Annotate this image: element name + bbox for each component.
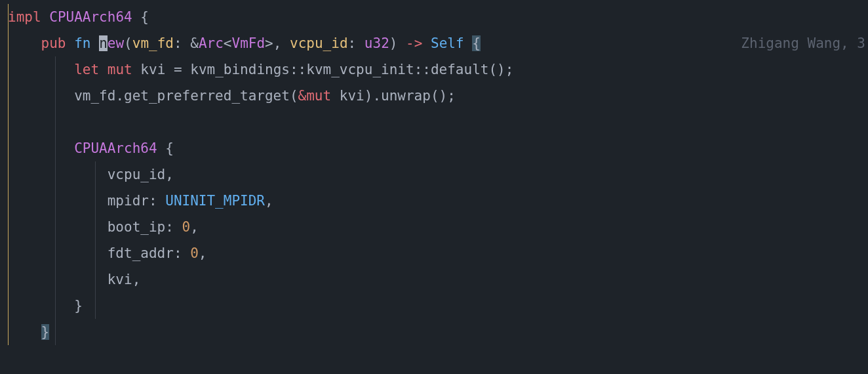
colon: : <box>165 219 182 235</box>
code-line-empty[interactable] <box>0 109 868 135</box>
git-blame: Zhigang Wang, 3 <box>741 30 865 56</box>
number-literal: 0 <box>190 245 199 261</box>
code-line[interactable]: kvi, <box>0 266 868 293</box>
param-type: u32 <box>365 35 389 51</box>
indent-guide <box>95 188 96 214</box>
ref-op: & <box>190 35 199 51</box>
indent-guide <box>55 266 56 293</box>
field-name: vcpu_id <box>108 167 166 182</box>
number-literal: 0 <box>182 219 191 235</box>
field-name: fdt_addr <box>108 245 174 261</box>
indent-guide <box>95 240 96 266</box>
scope-op: :: <box>290 62 306 77</box>
equals: = <box>174 62 182 77</box>
indent-guide <box>95 214 96 240</box>
variable: vm_fd <box>74 88 115 104</box>
arrow: -> <box>406 35 422 51</box>
comma: , <box>265 193 273 209</box>
indent-guide <box>95 266 96 293</box>
variable: kvi <box>140 62 165 77</box>
keyword-let: let <box>74 62 99 77</box>
lt: < <box>224 35 232 51</box>
paren-open: ( <box>290 88 298 104</box>
indent-guide <box>55 161 56 188</box>
code-line[interactable]: pub fn new(vm_fd: &Arc<VmFd>, vcpu_id: u… <box>0 30 868 56</box>
code-line[interactable]: } <box>0 319 868 345</box>
param-type-inner: VmFd <box>232 35 266 51</box>
field-name: mpidr <box>108 193 149 209</box>
code-editor[interactable]: impl CPUAArch64 { pub fn new(vm_fd: &Arc… <box>0 4 868 345</box>
paren-close: ). <box>365 88 381 104</box>
colon: : <box>174 35 190 51</box>
colon: : <box>149 193 165 209</box>
brace-highlighted: } <box>41 324 50 340</box>
param-type: Arc <box>199 35 224 51</box>
module-path: kvm_vcpu_init <box>306 62 414 77</box>
colon: : <box>348 35 365 51</box>
scope-op: :: <box>414 62 431 77</box>
code-line[interactable]: let mut kvi = kvm_bindings::kvm_vcpu_ini… <box>0 56 868 83</box>
comma: , <box>190 219 199 235</box>
paren-close: ) <box>389 35 406 51</box>
indent-guide <box>55 188 56 214</box>
indent-guide <box>55 56 56 83</box>
code-line[interactable]: mpidr: UNINIT_MPIDR, <box>0 188 868 214</box>
paren-open: ( <box>124 35 132 51</box>
indent-guide <box>55 135 56 161</box>
code-line[interactable]: vm_fd.get_preferred_target(&mut kvi).unw… <box>0 83 868 109</box>
keyword-fn: fn <box>74 35 90 51</box>
param-name: vcpu_id <box>290 35 348 51</box>
indent-guide <box>55 109 56 135</box>
method-call: unwrap <box>381 88 431 104</box>
indent-guide <box>55 319 56 345</box>
method-call: default <box>431 62 489 77</box>
comma: , <box>132 272 141 287</box>
code-line[interactable]: vcpu_id, <box>0 161 868 188</box>
field-name: boot_ip <box>108 219 166 235</box>
struct-name: CPUAArch64 <box>74 140 157 156</box>
indent-guide <box>55 293 56 319</box>
indent-guide <box>95 293 96 319</box>
comma: , <box>165 167 174 182</box>
ref-mut: &mut <box>298 88 332 104</box>
call-end: (); <box>431 88 456 104</box>
dot: . <box>115 88 124 104</box>
keyword-impl: impl <box>8 9 41 25</box>
type-name: CPUAArch64 <box>49 9 132 25</box>
indent-guide <box>55 240 56 266</box>
gt: > <box>265 35 273 51</box>
brace-highlighted: { <box>472 35 481 51</box>
keyword-pub: pub <box>41 35 66 51</box>
function-name: new <box>99 35 124 51</box>
param-name: vm_fd <box>132 35 174 51</box>
brace: { <box>140 9 149 25</box>
code-line[interactable]: impl CPUAArch64 { <box>0 4 868 30</box>
keyword-mut: mut <box>108 62 132 77</box>
colon: : <box>174 245 190 261</box>
code-line[interactable]: } <box>0 293 868 319</box>
comma: , <box>273 35 290 51</box>
code-line[interactable]: fdt_addr: 0, <box>0 240 868 266</box>
call-end: (); <box>488 62 513 77</box>
fn-name-rest: ew <box>108 35 124 51</box>
cursor: n <box>99 35 108 51</box>
indent-guide <box>55 214 56 240</box>
method-call: get_preferred_target <box>124 88 290 104</box>
code-line[interactable]: boot_ip: 0, <box>0 214 868 240</box>
code-line[interactable]: CPUAArch64 { <box>0 135 868 161</box>
variable: kvi <box>340 88 365 104</box>
return-type: Self <box>431 35 464 51</box>
comma: , <box>199 245 207 261</box>
brace: } <box>74 298 83 314</box>
constant: UNINIT_MPIDR <box>165 193 265 209</box>
indent-guide <box>55 83 56 109</box>
field-name: kvi <box>108 272 132 287</box>
indent-guide <box>95 161 96 188</box>
module-path: kvm_bindings <box>190 62 290 77</box>
brace: { <box>165 140 174 156</box>
